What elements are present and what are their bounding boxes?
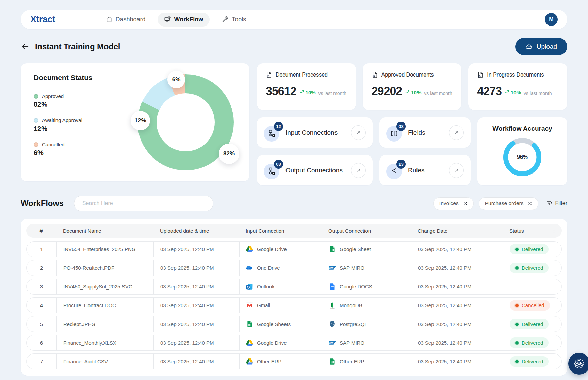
column-header-input: Input Connection	[239, 224, 322, 238]
table-header-row: # Document Name Uploaded date & time Inp…	[26, 224, 562, 238]
output-connection-icon	[329, 246, 336, 253]
output-connection-icon	[329, 283, 336, 290]
row-number: 5	[27, 316, 56, 332]
uploaded-date: 03 Sep 2025, 12:40 PM	[153, 242, 239, 257]
upload-label: Upload	[537, 43, 557, 50]
close-icon[interactable]	[463, 201, 468, 206]
avatar[interactable]: M	[545, 13, 558, 26]
document-status-card: Document Status Approved 82% Awaiting Ap…	[21, 63, 249, 181]
filter-button[interactable]: Filter	[546, 200, 567, 207]
arrow-up-right-icon	[356, 167, 361, 173]
uploaded-date: 03 Sep 2025, 12:40 PM	[153, 279, 239, 294]
output-connections-open-button[interactable]	[351, 163, 366, 178]
nav-items: Dashboard WorkFlow Tools	[99, 13, 253, 27]
back-arrow-icon[interactable]	[21, 42, 30, 51]
status-badge: Delivered	[510, 263, 549, 273]
change-date: 03 Sep 2025, 12:40 PM	[411, 298, 503, 313]
document-status-donut: 6% 12% 82%	[137, 74, 234, 170]
stat-value: 4273	[477, 84, 502, 98]
change-date: 03 Sep 2025, 12:40 PM	[411, 316, 503, 332]
nav-item-workflow[interactable]: WorkFlow	[158, 13, 210, 27]
cloud-upload-icon	[525, 43, 533, 50]
workflow-accuracy-card: Workflow Accuracy 96%	[477, 117, 567, 185]
rules-card: 13 Rules	[379, 155, 471, 185]
table-row[interactable]: 7 Finance_Audit.CSV 03 Sep 2025, 12:40 P…	[26, 353, 562, 369]
right-column: Document Processed 35612 10% vs last mon…	[257, 63, 567, 185]
uploaded-date: 03 Sep 2025, 12:40 PM	[153, 335, 239, 350]
uploaded-date: 03 Sep 2025, 12:40 PM	[153, 316, 239, 332]
table-row[interactable]: 5 Reciept.JPEG 03 Sep 2025, 12:40 PM Goo…	[26, 316, 562, 332]
change-date: 03 Sep 2025, 12:40 PM	[411, 335, 503, 350]
close-icon[interactable]	[528, 201, 532, 206]
quick-card-label: Fields	[408, 129, 425, 136]
row-number: 1	[27, 242, 56, 257]
nav-item-tools[interactable]: Tools	[215, 13, 252, 27]
donut-label-awaiting: 12%	[131, 111, 150, 130]
document-approved-icon	[372, 71, 378, 78]
table-row[interactable]: 4 Procure_Contract.DOC 03 Sep 2025, 12:4…	[26, 297, 562, 313]
status-dot	[515, 266, 519, 270]
document-name: INV450_SupplySol_2025.SVG	[56, 279, 153, 294]
main-grid: Document Status Approved 82% Awaiting Ap…	[21, 63, 567, 185]
stat-delta: 10%	[511, 89, 521, 95]
document-processed-icon	[266, 71, 273, 78]
output-connections-card: 03 Output Connections	[257, 155, 373, 185]
input-connections-count: 12	[274, 122, 283, 131]
input-connection-label: One Drive	[257, 265, 280, 271]
cancelled-dot	[34, 142, 38, 147]
filter-chip-purchase-orders[interactable]: Purchase orders	[479, 197, 539, 210]
status-badge: Delivered	[510, 244, 549, 254]
workflows-header: WorkFlows Invoices Purchase orders Filte…	[21, 196, 567, 211]
legend-label: Awaiting Approval	[42, 117, 82, 123]
input-connections-open-button[interactable]	[351, 125, 366, 140]
rules-open-button[interactable]	[449, 163, 464, 178]
output-connection-icon	[329, 320, 336, 328]
kebab-menu-icon[interactable]	[551, 228, 557, 234]
flower-knot-icon	[573, 358, 585, 370]
stat-card-processed: Document Processed 35612 10% vs last mon…	[257, 63, 356, 110]
change-date: 03 Sep 2025, 12:40 PM	[411, 279, 503, 294]
trend-up-icon	[504, 89, 510, 95]
status-dot	[515, 323, 519, 326]
status-badge: Delivered	[510, 356, 549, 367]
output-connection-icon	[329, 358, 336, 365]
nav-item-dashboard[interactable]: Dashboard	[99, 13, 152, 27]
input-connections-card: 12 Input Connections	[257, 117, 373, 148]
stats-row: Document Processed 35612 10% vs last mon…	[257, 63, 567, 110]
fields-icon	[390, 129, 398, 138]
table-row[interactable]: 6 Finance_Monthly.XLSX 03 Sep 2025, 12:4…	[26, 335, 562, 351]
svg-text:mongoDB: mongoDB	[330, 308, 334, 309]
filter-chip-invoices[interactable]: Invoices	[433, 197, 474, 210]
column-header-num: #	[26, 224, 56, 238]
column-header-name: Document Name	[56, 224, 153, 238]
input-connection-label: Gmail	[257, 302, 270, 308]
search-input[interactable]	[74, 196, 213, 211]
arrow-up-right-icon	[356, 130, 361, 135]
output-connection-label: PostgreSQL	[340, 321, 368, 327]
filter-funnel-icon	[546, 200, 553, 207]
output-connection-icon: SAP	[329, 264, 336, 271]
table-row[interactable]: 1 INV654_Enterprises_2025.PNG 03 Sep 202…	[26, 241, 562, 257]
trend-up-icon	[405, 89, 410, 95]
column-header-changed: Change Date	[411, 224, 503, 238]
wrench-icon	[222, 16, 229, 23]
column-header-output: Output Connection	[322, 224, 411, 238]
table-row[interactable]: 2 PO-450-Realtech.PDF 03 Sep 2025, 12:40…	[26, 260, 562, 276]
row-number: 2	[27, 260, 56, 276]
workflow-page: Xtract Dashboard WorkFlow Tools M Instan…	[0, 10, 588, 376]
table-row[interactable]: 3 INV450_SupplySol_2025.SVG 03 Sep 2025,…	[26, 279, 562, 295]
output-connection-label: SAP MIRO	[340, 265, 364, 271]
status-badge: Cancelled	[510, 300, 550, 311]
upload-button[interactable]: Upload	[515, 38, 567, 55]
legend-label: Approved	[42, 93, 64, 99]
rules-icon	[390, 167, 398, 176]
accuracy-value: 96%	[502, 136, 543, 178]
input-connection-icon	[246, 246, 253, 253]
status-dot	[515, 304, 519, 307]
floating-action-button[interactable]	[568, 353, 588, 375]
fields-open-button[interactable]	[449, 125, 464, 140]
input-connections-icon	[267, 129, 276, 138]
accuracy-title: Workflow Accuracy	[492, 125, 552, 132]
output-connection-label: Other ERP	[340, 359, 364, 364]
approved-dot	[34, 94, 38, 99]
